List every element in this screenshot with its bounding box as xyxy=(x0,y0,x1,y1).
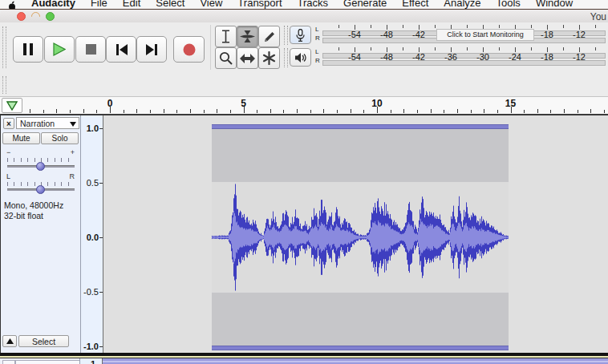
menu-item-generate[interactable]: Generate xyxy=(343,0,387,9)
skip-to-end-button[interactable] xyxy=(136,36,167,63)
timeline-tick xyxy=(176,110,177,113)
menu-item-window[interactable]: Window xyxy=(536,0,573,9)
menu-item-audacity[interactable]: Audacity xyxy=(31,0,75,9)
minimize-window-button[interactable] xyxy=(31,12,40,21)
chevron-down-icon xyxy=(70,122,76,127)
timeline-tick xyxy=(550,110,551,113)
envelope-tool-button[interactable] xyxy=(237,26,258,47)
timeline-tick xyxy=(297,109,298,113)
timeline-tick xyxy=(83,109,84,113)
zoom-window-button[interactable] xyxy=(46,12,55,21)
record-button[interactable] xyxy=(173,36,205,63)
menu-item-transport[interactable]: Transport xyxy=(237,0,282,9)
meter-scale-tick xyxy=(499,25,500,28)
meter-scale-tick xyxy=(595,25,596,28)
track-close-button[interactable]: × xyxy=(3,118,14,129)
menu-item-analyze[interactable]: Analyze xyxy=(444,0,480,9)
timeline-label: 5 xyxy=(241,98,246,109)
recording-meter-grip[interactable] xyxy=(284,26,288,45)
menu-item-edit[interactable]: Edit xyxy=(123,0,140,9)
timeline-tick xyxy=(471,110,472,113)
meter-scale-label: -24 xyxy=(509,52,521,62)
multi-tool-button[interactable] xyxy=(258,47,280,69)
vertical-ruler-tick xyxy=(99,292,103,293)
collapse-track-button[interactable] xyxy=(2,335,17,347)
recording-meter-mic-button[interactable] xyxy=(290,26,311,44)
timeline-tick xyxy=(136,109,137,113)
stop-button[interactable] xyxy=(75,36,106,63)
menu-item-effect[interactable]: Effect xyxy=(402,0,428,9)
playback-meter-speaker-button[interactable] xyxy=(290,48,311,67)
timeline-tick xyxy=(270,109,271,113)
menu-item-select[interactable]: Select xyxy=(156,0,184,9)
pause-button[interactable] xyxy=(13,36,43,63)
track-2-clip-strip[interactable] xyxy=(103,358,608,364)
window-title-bar[interactable]: You xyxy=(0,10,608,23)
meter-scale-tick xyxy=(467,25,468,28)
vertical-ruler-label: 1.0 xyxy=(87,123,99,133)
playback-meter[interactable]: L R -54-48-42-36-30-24-18-12 xyxy=(282,47,608,69)
pause-icon xyxy=(22,43,34,55)
recording-meter[interactable]: L R -54-48-42-36-30-24-18-12 Click to St… xyxy=(282,24,608,47)
solo-button[interactable]: Solo xyxy=(41,132,79,144)
timeline-tick xyxy=(70,110,71,113)
menu-item-file[interactable]: File xyxy=(91,0,107,9)
track-waveform-area[interactable] xyxy=(103,115,608,353)
timeline-tick xyxy=(484,109,484,113)
mute-button[interactable]: Mute xyxy=(2,132,40,144)
device-toolbar-grip[interactable] xyxy=(2,76,6,94)
timeline-tick xyxy=(310,110,311,113)
track-2-control-panel xyxy=(0,358,80,364)
record-right-channel-label: R xyxy=(315,35,322,42)
envelope-icon xyxy=(240,30,255,43)
waveform[interactable] xyxy=(212,124,509,350)
pinned-play-head-button[interactable] xyxy=(2,98,22,113)
gain-slider-thumb[interactable] xyxy=(36,162,45,171)
timeline-tick xyxy=(56,109,57,113)
start-monitoring-button[interactable]: Click to Start Monitoring xyxy=(436,29,534,41)
meter-scale-tick xyxy=(563,47,564,51)
vertical-ruler-label: 0.5 xyxy=(87,178,99,188)
apple-menu-icon[interactable] xyxy=(8,1,16,10)
transport-toolbar-grip[interactable] xyxy=(2,26,6,68)
track-select-button[interactable]: Select xyxy=(18,335,69,347)
collapse-triangle-icon xyxy=(6,338,14,344)
playback-left-channel-label: L xyxy=(315,49,322,55)
track-name-menu[interactable]: Narration xyxy=(16,117,79,129)
menu-item-view[interactable]: View xyxy=(200,0,222,9)
pencil-icon xyxy=(263,30,276,43)
toolbar-dock: L R -54-48-42-36-30-24-18-12 Click to St… xyxy=(0,22,608,96)
vertical-ruler-label: -1.0 xyxy=(83,342,99,351)
menu-item-tracks[interactable]: Tracks xyxy=(298,0,329,9)
close-window-button[interactable] xyxy=(17,12,26,21)
meter-scale-label: -48 xyxy=(380,30,393,39)
timeline-tick xyxy=(124,110,124,113)
timeline-tick xyxy=(444,110,444,113)
pan-slider-thumb[interactable] xyxy=(36,185,45,194)
gain-max-label: + xyxy=(71,148,75,156)
playback-meter-grip[interactable] xyxy=(284,48,288,67)
track-2-name-menu[interactable] xyxy=(15,360,80,364)
audio-clip[interactable] xyxy=(212,124,509,350)
timeline-tick xyxy=(96,110,97,113)
zoom-tool-button[interactable] xyxy=(215,47,237,69)
timeline-tick xyxy=(257,110,257,113)
meter-scale-tick xyxy=(435,25,436,28)
time-shift-tool-button[interactable] xyxy=(237,47,258,69)
track-2-ruler-label: 1 xyxy=(91,359,95,364)
track-2-partial[interactable]: 1 xyxy=(0,358,608,364)
menu-item-tools[interactable]: Tools xyxy=(497,0,521,9)
draw-tool-button[interactable] xyxy=(258,26,280,47)
skip-to-start-button[interactable] xyxy=(106,36,136,63)
timeline-ruler[interactable]: 051015 xyxy=(0,96,608,114)
timeline-tick xyxy=(403,109,404,113)
timeline-tick xyxy=(497,110,498,113)
meter-scale-label: -42 xyxy=(412,52,425,62)
track-2-close-button[interactable] xyxy=(2,360,15,364)
timeline-tick xyxy=(230,110,231,113)
vertical-scale-ruler[interactable]: 1.00.50.0-0.5-1.0 xyxy=(81,115,103,353)
timeline-tick xyxy=(564,109,565,113)
play-button[interactable] xyxy=(44,36,75,63)
selection-tool-button[interactable] xyxy=(215,26,237,47)
timeline-tick xyxy=(43,110,44,113)
